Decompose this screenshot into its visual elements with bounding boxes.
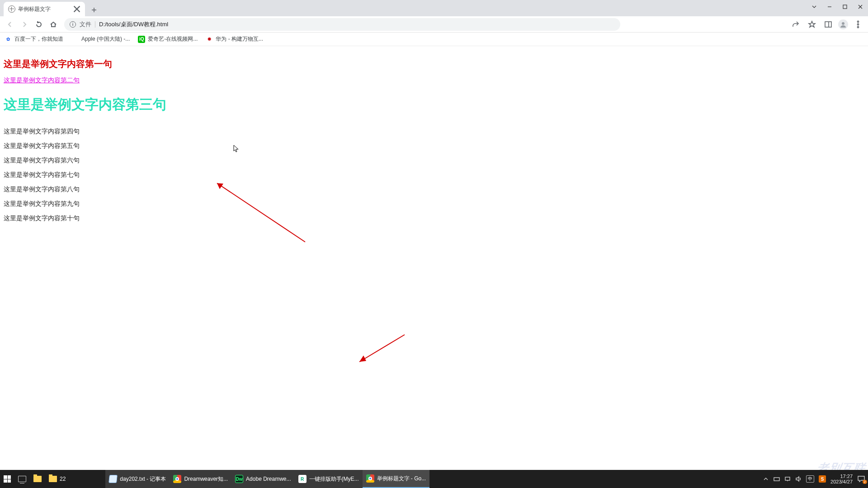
- taskbar-app-dreamweaver[interactable]: Dw Adobe Dreamwe...: [231, 470, 294, 488]
- window-controls: [807, 0, 868, 14]
- close-window-button[interactable]: [853, 0, 868, 14]
- notepad-icon: [108, 475, 118, 483]
- taskbar-app-chrome-1[interactable]: Dreamweaver知...: [170, 470, 231, 488]
- taskbar-label: Adobe Dreamwe...: [246, 476, 291, 482]
- url-scheme-label: 文件: [80, 20, 91, 28]
- content-line: 这里是举例文字内容第六句: [4, 156, 864, 165]
- taskbar-label: 一键排版助手(MyE...: [309, 475, 359, 483]
- svg-rect-5: [843, 5, 847, 9]
- ime-indicator[interactable]: 中: [806, 475, 814, 483]
- iqiyi-icon: iQ: [138, 36, 145, 43]
- site-info-icon[interactable]: i: [70, 21, 76, 28]
- content-line-1: 这里是举例文字内容第一句: [4, 58, 864, 70]
- dreamweaver-icon: Dw: [235, 475, 243, 483]
- app-r-icon: R: [298, 475, 307, 483]
- page-content: 这里是举例文字内容第一句 这里是举例文字内容第二句 这里是举例文字内容第三句 这…: [0, 46, 868, 232]
- content-line: 这里是举例文字内容第四句: [4, 128, 864, 136]
- content-line: 这里是举例文字内容第八句: [4, 185, 864, 194]
- chrome-icon: [173, 475, 181, 483]
- content-line: 这里是举例文字内容第七句: [4, 171, 864, 179]
- globe-icon: [8, 5, 15, 13]
- start-button[interactable]: [0, 470, 14, 488]
- notification-badge: 2: [863, 480, 867, 484]
- svg-point-12: [857, 21, 859, 22]
- svg-rect-19: [774, 478, 779, 481]
- reload-button[interactable]: [33, 18, 45, 31]
- taskbar-clock[interactable]: 17:27 2023/4/27: [830, 474, 853, 484]
- content-line-3: 这里是举例文字内容第三句: [4, 95, 864, 114]
- tab-title: 举例标题文字: [18, 5, 71, 13]
- bookmark-iqiyi[interactable]: iQ 爱奇艺-在线视频网...: [138, 35, 198, 43]
- address-bar[interactable]: i 文件 D:/tools/桌面/DW教程.html: [64, 18, 620, 31]
- tray-overflow-icon[interactable]: [763, 476, 769, 482]
- profile-avatar[interactable]: [838, 19, 848, 29]
- svg-rect-9: [825, 22, 831, 27]
- svg-point-14: [857, 26, 859, 28]
- tray-network-icon[interactable]: [784, 476, 791, 482]
- maximize-button[interactable]: [837, 0, 853, 14]
- task-view-icon: [18, 476, 26, 482]
- svg-rect-20: [785, 477, 790, 480]
- content-line: 这里是举例文字内容第九句: [4, 200, 864, 208]
- content-line: 这里是举例文字内容第五句: [4, 142, 864, 150]
- back-button[interactable]: [4, 18, 16, 31]
- bookmark-huawei[interactable]: ✹ 华为 - 构建万物互...: [206, 35, 263, 43]
- content-line-2[interactable]: 这里是举例文字内容第二句: [4, 76, 864, 85]
- taskbar-label: 举例标题文字 - Go...: [377, 475, 426, 483]
- windows-logo-icon: [4, 475, 11, 483]
- taskbar-label: 22: [60, 476, 66, 482]
- chrome-icon: [366, 474, 374, 483]
- taskbar-app-chrome-active[interactable]: 举例标题文字 - Go...: [363, 470, 430, 488]
- taskbar-app-notepad[interactable]: day202.txt - 记事本: [105, 470, 170, 488]
- windows-taskbar: 22 day202.txt - 记事本 Dreamweaver知... Dw A…: [0, 470, 868, 488]
- tab-close-icon[interactable]: [73, 5, 80, 13]
- minimize-button[interactable]: [822, 0, 837, 14]
- content-line: 这里是举例文字内容第十句: [4, 214, 864, 223]
- new-tab-button[interactable]: [88, 4, 100, 16]
- task-view-button[interactable]: [14, 470, 30, 488]
- tab-search-button[interactable]: [807, 0, 822, 14]
- mouse-cursor-icon: [233, 145, 240, 155]
- side-panel-icon[interactable]: [822, 18, 835, 31]
- svg-marker-8: [809, 21, 815, 27]
- clock-date: 2023/4/27: [830, 479, 853, 484]
- file-explorer-pinned[interactable]: [30, 470, 45, 488]
- home-button[interactable]: [47, 18, 60, 31]
- folder-icon: [33, 476, 42, 482]
- folder-icon: [49, 476, 57, 482]
- svg-line-17: [359, 335, 405, 362]
- tray-sogou-icon[interactable]: S: [819, 475, 826, 483]
- tray-keyboard-icon[interactable]: [774, 476, 780, 482]
- annotation-arrow-icon: [353, 330, 411, 366]
- svg-point-11: [842, 22, 844, 25]
- svg-marker-18: [359, 355, 366, 362]
- bookmark-baidu[interactable]: ✿ 百度一下，你就知道: [5, 35, 63, 43]
- chrome-menu-icon[interactable]: [852, 18, 864, 31]
- tray-volume-icon[interactable]: [795, 476, 802, 482]
- baidu-icon: ✿: [5, 36, 12, 43]
- huawei-icon: ✹: [206, 36, 213, 43]
- taskbar-label: Dreamweaver知...: [184, 475, 228, 483]
- clock-time: 17:27: [830, 474, 853, 479]
- bookmark-apple[interactable]: Apple (中国大陆) -...: [71, 35, 130, 43]
- bookmarks-bar: ✿ 百度一下，你就知道 Apple (中国大陆) -... iQ 爱奇艺-在线视…: [0, 33, 868, 46]
- browser-toolbar: i 文件 D:/tools/桌面/DW教程.html: [0, 16, 868, 33]
- svg-point-13: [857, 24, 859, 25]
- browser-tabstrip: 举例标题文字: [0, 0, 868, 16]
- bookmark-label: Apple (中国大陆) -...: [81, 35, 130, 43]
- share-icon[interactable]: [789, 18, 802, 31]
- url-text: D:/tools/桌面/DW教程.html: [99, 20, 168, 28]
- taskbar-folder-22[interactable]: 22: [45, 470, 69, 488]
- taskbar-label: day202.txt - 记事本: [120, 475, 166, 483]
- bookmark-label: 爱奇艺-在线视频网...: [148, 35, 198, 43]
- browser-tab[interactable]: 举例标题文字: [4, 2, 85, 16]
- action-center-button[interactable]: 2: [857, 475, 865, 483]
- bookmark-label: 百度一下，你就知道: [14, 35, 63, 43]
- apple-icon: [71, 36, 79, 43]
- bookmark-star-icon[interactable]: [806, 18, 818, 31]
- taskbar-app-typeset[interactable]: R 一键排版助手(MyE...: [295, 470, 363, 488]
- bookmark-label: 华为 - 构建万物互...: [216, 35, 263, 43]
- forward-button[interactable]: [18, 18, 31, 31]
